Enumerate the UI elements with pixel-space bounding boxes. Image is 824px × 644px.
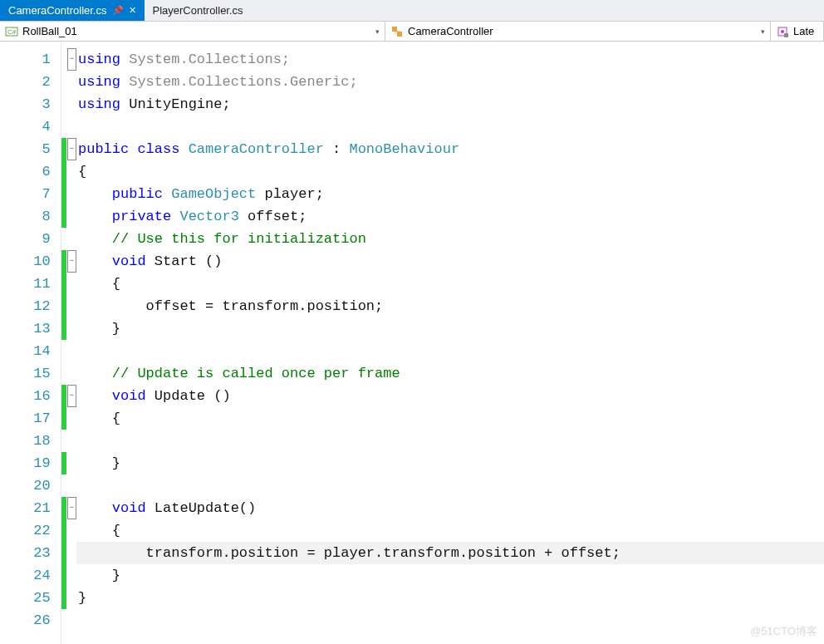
change-marker [61, 542, 66, 564]
code-line[interactable]: { [78, 160, 824, 183]
code-line[interactable]: using System.Collections.Generic; [78, 71, 824, 93]
line-number: 25 [0, 587, 51, 609]
change-marker [61, 430, 66, 452]
fold-cell [67, 340, 76, 362]
tab-camera-controller[interactable]: CameraController.cs 📌 ✕ [0, 0, 145, 21]
code-line[interactable]: { [78, 407, 824, 430]
fold-cell [67, 71, 76, 93]
line-number: 14 [0, 340, 51, 362]
method-name: Late [793, 25, 814, 37]
fold-toggle-icon[interactable]: − [67, 250, 76, 273]
fold-cell [67, 228, 76, 250]
pin-icon[interactable]: 📌 [112, 5, 124, 16]
line-number-gutter: 1234567891011121314151617181920212223242… [0, 42, 61, 644]
line-number: 24 [0, 564, 51, 587]
change-marker [61, 609, 66, 632]
class-icon [390, 25, 404, 38]
code-line[interactable]: public class CameraController : MonoBeha… [78, 138, 824, 160]
csharp-project-icon: C# [5, 25, 18, 38]
fold-cell [67, 430, 76, 452]
change-indicator-bar [61, 42, 67, 644]
tab-label: PlayerController.cs [153, 4, 243, 17]
code-line[interactable]: } [78, 564, 824, 587]
code-line[interactable]: transform.position = player.transform.po… [76, 542, 824, 564]
change-marker [61, 317, 66, 340]
line-number: 15 [0, 362, 51, 385]
chevron-down-icon: ▾ [761, 27, 765, 36]
fold-cell [67, 160, 76, 183]
method-dropdown[interactable]: Late [771, 22, 824, 41]
code-line[interactable]: // Use this for initialization [78, 228, 824, 250]
code-line[interactable]: void LateUpdate() [78, 497, 824, 519]
fold-cell [67, 519, 76, 542]
fold-cell [67, 407, 76, 430]
line-number: 11 [0, 273, 51, 295]
change-marker [61, 587, 66, 609]
line-number: 5 [0, 138, 51, 160]
code-editor[interactable]: 1234567891011121314151617181920212223242… [0, 42, 824, 644]
line-number: 6 [0, 160, 51, 183]
fold-cell [67, 609, 76, 632]
svg-rect-3 [397, 32, 402, 37]
fold-cell: − [67, 48, 76, 71]
code-line[interactable]: } [78, 587, 824, 609]
fold-cell [67, 564, 76, 587]
code-line[interactable] [78, 116, 824, 138]
fold-toggle-icon[interactable]: − [67, 48, 76, 71]
project-dropdown[interactable]: C# RollBall_01 ▾ [0, 22, 385, 41]
context-bar: C# RollBall_01 ▾ CameraController ▾ Late [0, 22, 824, 42]
svg-rect-7 [784, 33, 788, 37]
code-line[interactable] [78, 430, 824, 452]
change-marker [61, 474, 66, 497]
line-number: 10 [0, 250, 51, 273]
code-line[interactable]: } [78, 452, 824, 474]
tab-strip: CameraController.cs 📌 ✕ PlayerController… [0, 0, 824, 22]
line-number: 18 [0, 430, 51, 452]
line-number: 26 [0, 609, 51, 632]
change-marker [61, 205, 66, 228]
code-line[interactable]: using UnityEngine; [78, 93, 824, 116]
fold-cell [67, 116, 76, 138]
fold-cell [67, 542, 76, 564]
fold-toggle-icon[interactable]: − [67, 138, 76, 160]
code-line[interactable]: } [78, 317, 824, 340]
fold-toggle-icon[interactable]: − [67, 385, 76, 407]
code-line[interactable]: using System.Collections; [78, 48, 824, 71]
fold-cell: − [67, 138, 76, 160]
code-line[interactable]: private Vector3 offset; [78, 205, 824, 228]
code-line[interactable]: // Update is called once per frame [78, 362, 824, 385]
fold-cell [67, 362, 76, 385]
code-line[interactable] [78, 474, 824, 497]
code-line[interactable]: void Start () [78, 250, 824, 273]
line-number: 17 [0, 407, 51, 430]
code-line[interactable]: offset = transform.position; [78, 295, 824, 317]
line-number: 1 [0, 48, 51, 71]
class-name: CameraController [408, 25, 493, 37]
line-number: 20 [0, 474, 51, 497]
code-line[interactable]: public GameObject player; [78, 183, 824, 205]
watermark: @51CTO博客 [750, 624, 817, 639]
line-number: 7 [0, 183, 51, 205]
class-dropdown[interactable]: CameraController ▾ [385, 22, 771, 41]
code-area[interactable]: using System.Collections;using System.Co… [76, 42, 824, 644]
fold-cell [67, 452, 76, 474]
line-number: 19 [0, 452, 51, 474]
code-line[interactable]: { [78, 273, 824, 295]
fold-cell [67, 183, 76, 205]
fold-cell: − [67, 497, 76, 519]
line-number: 12 [0, 295, 51, 317]
method-icon [776, 25, 789, 38]
tab-player-controller[interactable]: PlayerController.cs [145, 0, 252, 21]
fold-cell [67, 474, 76, 497]
line-number: 16 [0, 385, 51, 407]
fold-cell [67, 587, 76, 609]
fold-toggle-icon[interactable]: − [67, 497, 76, 519]
change-marker [61, 93, 66, 116]
code-line[interactable] [78, 609, 824, 632]
code-line[interactable]: { [78, 519, 824, 542]
change-marker [61, 407, 66, 430]
close-icon[interactable]: ✕ [129, 5, 136, 16]
code-line[interactable] [78, 340, 824, 362]
line-number: 22 [0, 519, 51, 542]
code-line[interactable]: void Update () [78, 385, 824, 407]
